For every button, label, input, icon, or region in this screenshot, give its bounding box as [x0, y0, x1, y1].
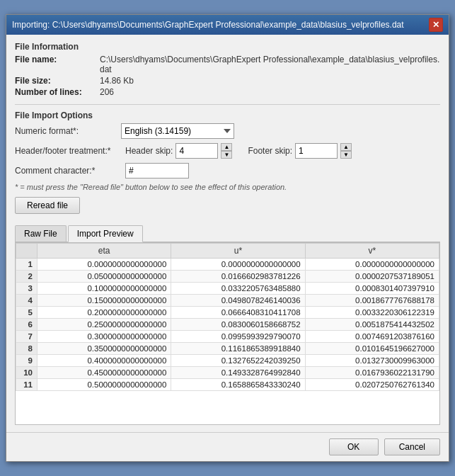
cell-v: 0.0033220306122319 — [305, 307, 439, 319]
import-dialog: Importing: C:\Users\dhyams\Documents\Gra… — [6, 14, 449, 462]
title-bar: Importing: C:\Users\dhyams\Documents\Gra… — [6, 15, 449, 35]
table-row: 2 0.0500000000000000 0.0166602983781226 … — [16, 271, 439, 283]
numeric-format-row: Numeric format*: English (3.14159) Europ… — [15, 123, 440, 139]
cell-eta: 0.4500000000000000 — [38, 367, 171, 379]
cell-u: 0.0000000000000000 — [171, 259, 305, 271]
table-row: 6 0.2500000000000000 0.0830060158668752 … — [16, 319, 439, 331]
cell-eta: 0.3500000000000000 — [38, 343, 171, 355]
col-header-v: v* — [305, 244, 439, 259]
note-text: * = must press the "Reread file" button … — [15, 183, 440, 191]
file-size-row: File size: 14.86 Kb — [15, 76, 440, 86]
cell-u: 0.1658865843330240 — [171, 379, 305, 391]
reread-button[interactable]: Reread file — [15, 197, 80, 214]
cell-u: 0.1327652242039250 — [171, 355, 305, 367]
header-footer-row: Header/footer treatment:* Header skip: ▲… — [15, 143, 440, 159]
import-options-section: File Import Options Numeric format*: Eng… — [15, 110, 440, 220]
cell-num: 10 — [16, 367, 38, 379]
numeric-format-select[interactable]: English (3.14159) European (3,14159) — [121, 123, 234, 139]
cell-v: 0.0074691203876160 — [305, 331, 439, 343]
footer-skip-group: Footer skip: ▲ ▼ — [248, 143, 352, 159]
comment-char-row: Comment character:* — [15, 163, 440, 178]
cell-eta: 0.2500000000000000 — [38, 319, 171, 331]
cell-eta: 0.3000000000000000 — [38, 331, 171, 343]
cell-u: 0.0830060158668752 — [171, 319, 305, 331]
comment-char-input[interactable] — [125, 163, 189, 178]
file-name-key: File name: — [15, 55, 100, 64]
num-lines-key: Number of lines: — [15, 87, 100, 97]
footer-skip-label: Footer skip: — [248, 146, 292, 156]
cell-num: 1 — [16, 259, 38, 271]
table-row: 8 0.3500000000000000 0.1161865389918840 … — [16, 343, 439, 355]
header-skip-spinners: ▲ ▼ — [221, 143, 232, 159]
file-name-row: File name: C:\Users\dhyams\Documents\Gra… — [15, 55, 440, 74]
cell-eta: 0.4000000000000000 — [38, 355, 171, 367]
header-footer-label: Header/footer treatment:* — [15, 146, 121, 156]
cell-v: 0.0018677767688178 — [305, 295, 439, 307]
cell-v: 0.0101645196627000 — [305, 343, 439, 355]
cell-v: 0.0207250762761340 — [305, 379, 439, 391]
file-info-section: File Information File name: C:\Users\dhy… — [15, 42, 440, 97]
cell-eta: 0.2000000000000000 — [38, 307, 171, 319]
cell-num: 3 — [16, 283, 38, 295]
header-skip-group: Header skip: ▲ ▼ — [125, 143, 232, 159]
header-skip-up[interactable]: ▲ — [221, 143, 232, 151]
cell-eta: 0.1500000000000000 — [38, 295, 171, 307]
footer-skip-spinners: ▲ ▼ — [340, 143, 352, 159]
table-row: 1 0.0000000000000000 0.0000000000000000 … — [16, 259, 439, 271]
cell-u: 0.1493328764992840 — [171, 367, 305, 379]
cell-u: 0.1161865389918840 — [171, 343, 305, 355]
table-body: 1 0.0000000000000000 0.0000000000000000 … — [16, 259, 439, 391]
cell-num: 7 — [16, 331, 38, 343]
file-name-value: C:\Users\dhyams\Documents\GraphExpert Pr… — [100, 55, 440, 74]
cell-eta: 0.5000000000000000 — [38, 379, 171, 391]
cell-u: 0.0498078246140036 — [171, 295, 305, 307]
table-header-row: eta u* v* — [16, 244, 439, 259]
numeric-format-label: Numeric format*: — [15, 126, 121, 136]
divider-1 — [15, 104, 440, 105]
file-info-label: File Information — [15, 42, 440, 52]
table-row: 7 0.3000000000000000 0.0995993929790070 … — [16, 331, 439, 343]
close-button[interactable]: ✕ — [429, 18, 443, 32]
tab-import-preview[interactable]: Import Preview — [68, 225, 143, 242]
cell-eta: 0.0000000000000000 — [38, 259, 171, 271]
tab-raw-file[interactable]: Raw File — [15, 225, 67, 242]
header-skip-down[interactable]: ▼ — [221, 151, 232, 159]
cell-u: 0.0166602983781226 — [171, 271, 305, 283]
file-size-value: 14.86 Kb — [100, 76, 134, 86]
footer-skip-down[interactable]: ▼ — [340, 151, 352, 159]
table-row: 11 0.5000000000000000 0.1658865843330240… — [16, 379, 439, 391]
ok-button[interactable]: OK — [329, 438, 379, 455]
footer-skip-up[interactable]: ▲ — [340, 143, 352, 151]
cell-num: 8 — [16, 343, 38, 355]
table-row: 10 0.4500000000000000 0.1493328764992840… — [16, 367, 439, 379]
col-header-eta: eta — [38, 244, 171, 259]
comment-char-label: Comment character:* — [15, 166, 121, 176]
header-skip-input[interactable] — [175, 143, 218, 159]
cell-num: 9 — [16, 355, 38, 367]
num-lines-row: Number of lines: 206 — [15, 87, 440, 97]
cell-num: 2 — [16, 271, 38, 283]
table-row: 9 0.4000000000000000 0.1327652242039250 … — [16, 355, 439, 367]
cancel-button[interactable]: Cancel — [384, 438, 440, 455]
num-lines-value: 206 — [100, 87, 114, 97]
tab-bar: Raw File Import Preview — [15, 225, 440, 242]
table-row: 3 0.1000000000000000 0.0332205763485880 … — [16, 283, 439, 295]
title-bar-text: Importing: C:\Users\dhyams\Documents\Gra… — [12, 20, 404, 30]
header-skip-label: Header skip: — [125, 146, 173, 156]
dialog-body: File Information File name: C:\Users\dhy… — [6, 35, 449, 432]
col-header-u: u* — [171, 244, 305, 259]
data-table: eta u* v* 1 0.0000000000000000 0.0000000… — [16, 243, 439, 391]
cell-v: 0.0051875414432502 — [305, 319, 439, 331]
cell-num: 4 — [16, 295, 38, 307]
footer-skip-input[interactable] — [295, 143, 338, 159]
file-size-key: File size: — [15, 76, 100, 86]
table-row: 4 0.1500000000000000 0.0498078246140036 … — [16, 295, 439, 307]
dialog-footer: OK Cancel — [6, 432, 449, 461]
cell-v: 0.0167936022131790 — [305, 367, 439, 379]
cell-num: 5 — [16, 307, 38, 319]
data-table-container[interactable]: eta u* v* 1 0.0000000000000000 0.0000000… — [15, 242, 440, 425]
cell-num: 6 — [16, 319, 38, 331]
cell-v: 0.0008301407397910 — [305, 283, 439, 295]
cell-num: 11 — [16, 379, 38, 391]
col-header-num — [16, 244, 38, 259]
